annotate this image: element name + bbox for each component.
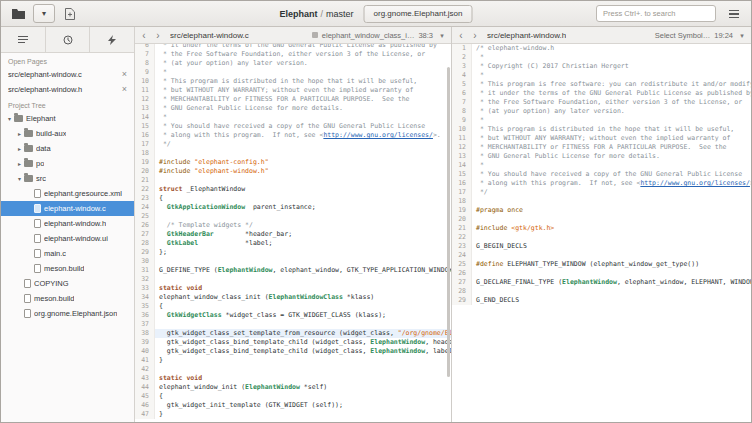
nav-forward-button[interactable]: ›: [153, 28, 163, 43]
source-text[interactable]: */: [155, 140, 451, 149]
source-text[interactable]: [472, 215, 751, 224]
source-text[interactable]: *: [472, 71, 751, 80]
expander-icon[interactable]: ▸: [15, 160, 24, 167]
source-text[interactable]: *: [155, 68, 451, 77]
open-page-item[interactable]: src/elephant-window.h×: [1, 82, 134, 97]
tree-item-data[interactable]: ▸data: [1, 141, 134, 156]
source-text[interactable]: * This program is free software: you can…: [472, 80, 751, 89]
tree-item-org-gnome-elephant-json[interactable]: org.gnome.Elephant.json: [1, 306, 134, 321]
source-text[interactable]: elephant_window_class_init (ElephantWind…: [155, 293, 451, 302]
source-text[interactable]: G_DECLARE_FINAL_TYPE (ElephantWindow, el…: [472, 278, 751, 287]
source-text[interactable]: }: [155, 356, 451, 365]
source-text[interactable]: #include <gtk/gtk.h>: [472, 224, 751, 233]
tree-item-elephant-window-ui[interactable]: elephant-window.ui: [1, 231, 134, 246]
build-target-button[interactable]: org.gnome.Elephant.json: [364, 5, 473, 23]
source-text[interactable]: * (at your option) any later version.: [472, 107, 751, 116]
source-text[interactable]: GtkLabel *label;: [155, 239, 451, 248]
source-text[interactable]: /* elephant-window.h: [472, 44, 751, 53]
source-text[interactable]: elephant_window_init (ElephantWindow *se…: [155, 383, 451, 392]
source-text[interactable]: *: [155, 113, 451, 122]
source-text[interactable]: [472, 233, 751, 242]
source-text[interactable]: GtkWidgetClass *widget_class = GTK_WIDGE…: [155, 311, 451, 320]
source-text[interactable]: * the Free Software Foundation, either v…: [472, 98, 751, 107]
source-text[interactable]: {: [155, 302, 451, 311]
source-text[interactable]: static void: [155, 374, 451, 383]
source-text[interactable]: {: [155, 194, 451, 203]
source-text[interactable]: * but WITHOUT ANY WARRANTY; without even…: [155, 86, 451, 95]
source-text[interactable]: * MERCHANTABILITY or FITNESS FOR A PARTI…: [155, 95, 451, 104]
source-text[interactable]: [155, 365, 451, 374]
source-text[interactable]: gtk_widget_class_set_template_from_resou…: [155, 329, 451, 338]
source-text[interactable]: [155, 320, 451, 329]
tree-item-copying[interactable]: COPYING: [1, 276, 134, 291]
scrollbar-thumb[interactable]: [447, 67, 450, 377]
source-text[interactable]: [155, 257, 451, 266]
source-text[interactable]: [155, 149, 451, 158]
source-text[interactable]: * along with this program. If not, see <…: [472, 179, 751, 188]
tree-item-meson-build[interactable]: meson.build: [1, 291, 134, 306]
nav-forward-button[interactable]: ›: [470, 28, 480, 43]
source-text[interactable]: * along with this program. If not, see <…: [155, 131, 451, 140]
source-text[interactable]: {: [155, 392, 451, 401]
source-text[interactable]: * This program is distributed in the hop…: [155, 77, 451, 86]
sidebar-tab-build-button[interactable]: [90, 27, 134, 52]
open-document-button[interactable]: [7, 4, 29, 23]
tree-item-build-aux[interactable]: ▸build-aux: [1, 126, 134, 141]
source-text[interactable]: [155, 212, 451, 221]
nav-back-button[interactable]: ‹: [139, 28, 149, 43]
source-text[interactable]: #pragma once: [472, 206, 751, 215]
expander-icon[interactable]: ▸: [15, 145, 24, 152]
source-text[interactable]: * the Free Software Foundation, either v…: [155, 50, 451, 59]
source-text[interactable]: [155, 275, 451, 284]
source-text[interactable]: [472, 197, 751, 206]
open-page-item[interactable]: src/elephant-window.c×: [1, 67, 134, 82]
tree-item-elephant-window-c[interactable]: elephant-window.c: [1, 201, 134, 216]
expander-icon[interactable]: ▾: [5, 115, 14, 122]
code-editor-c[interactable]: 6 * it under the terms of the GNU Genera…: [135, 44, 451, 419]
source-text[interactable]: * You should have received a copy of the…: [472, 170, 751, 179]
source-text[interactable]: G_DEFINE_TYPE (ElephantWindow, elephant_…: [155, 266, 451, 275]
editor-menu-button[interactable]: ▾: [437, 28, 447, 43]
source-text[interactable]: [155, 176, 451, 185]
open-document-dropdown-button[interactable]: ▾: [33, 4, 55, 23]
source-text[interactable]: *: [472, 116, 751, 125]
scrollbar[interactable]: [446, 44, 451, 422]
source-text[interactable]: struct _ElephantWindow: [155, 185, 451, 194]
source-text[interactable]: gtk_widget_init_template (GTK_WIDGET (se…: [155, 401, 451, 410]
source-text[interactable]: G_END_DECLS: [472, 296, 751, 305]
sidebar-tab-transfers-button[interactable]: [46, 27, 91, 52]
source-text[interactable]: * You should have received a copy of the…: [155, 122, 451, 131]
tree-item-src[interactable]: ▾src: [1, 171, 134, 186]
tree-item-main-c[interactable]: main.c: [1, 246, 134, 261]
source-text[interactable]: * This program is distributed in the hop…: [472, 125, 751, 134]
source-text[interactable]: * MERCHANTABILITY or FITNESS FOR A PARTI…: [472, 143, 751, 152]
menu-button[interactable]: [723, 4, 745, 23]
sidebar-tab-pages-button[interactable]: [1, 27, 46, 52]
source-text[interactable]: [472, 251, 751, 260]
symbol-selector-button[interactable]: elephant_window_class_i…: [322, 31, 415, 40]
source-text[interactable]: GtkHeaderBar *header_bar;: [155, 230, 451, 239]
source-text[interactable]: gtk_widget_class_bind_template_child (wi…: [155, 338, 451, 347]
source-text[interactable]: /* Template widgets */: [155, 221, 451, 230]
source-text[interactable]: * (at your option) any later version.: [155, 59, 451, 68]
source-text[interactable]: #include "elephant-window.h": [155, 167, 451, 176]
expander-icon[interactable]: ▾: [15, 175, 24, 182]
tree-item-elephant[interactable]: ▾Elephant: [1, 111, 134, 126]
new-document-button[interactable]: [59, 4, 81, 23]
source-text[interactable]: *: [472, 53, 751, 62]
source-text[interactable]: *: [472, 161, 751, 170]
source-text[interactable]: static void: [155, 284, 451, 293]
nav-back-button[interactable]: ‹: [456, 28, 466, 43]
source-text[interactable]: G_BEGIN_DECLS: [472, 242, 751, 251]
source-text[interactable]: */: [472, 188, 751, 197]
source-text[interactable]: * but WITHOUT ANY WARRANTY; without even…: [472, 134, 751, 143]
source-text[interactable]: #include "elephant-config.h": [155, 158, 451, 167]
close-icon[interactable]: ×: [118, 70, 127, 79]
source-text[interactable]: gtk_widget_class_bind_template_child (wi…: [155, 347, 451, 356]
source-text[interactable]: #define ELEPHANT_TYPE_WINDOW (elephant_w…: [472, 260, 751, 269]
source-text[interactable]: * it under the terms of the GNU General …: [472, 89, 751, 98]
source-text[interactable]: }: [155, 410, 451, 419]
code-editor-h[interactable]: 1/* elephant-window.h2 *3 * Copyright (C…: [452, 44, 751, 305]
editor-menu-button[interactable]: ▾: [737, 28, 747, 43]
source-text[interactable]: [472, 287, 751, 296]
